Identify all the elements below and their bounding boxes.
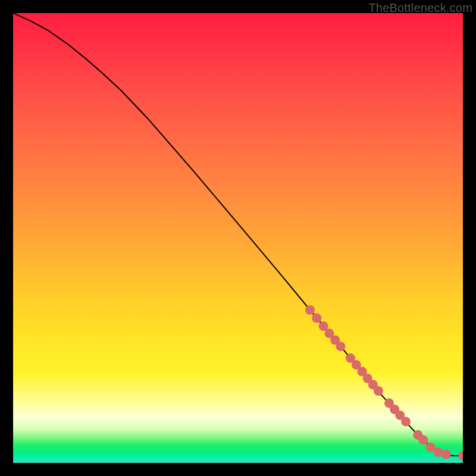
chart-frame: TheBottleneck.com <box>0 0 476 476</box>
watermark-label: TheBottleneck.com <box>368 1 472 15</box>
data-point <box>336 342 345 351</box>
data-point <box>374 386 383 396</box>
data-point <box>419 435 428 444</box>
data-markers <box>305 305 463 461</box>
data-curve <box>13 13 463 456</box>
plot-area <box>13 13 463 463</box>
data-point <box>458 451 463 461</box>
data-point <box>312 314 321 323</box>
chart-overlay <box>13 13 463 463</box>
data-point <box>401 416 411 426</box>
data-point <box>305 305 315 315</box>
data-point <box>433 447 443 457</box>
data-point <box>441 450 451 459</box>
